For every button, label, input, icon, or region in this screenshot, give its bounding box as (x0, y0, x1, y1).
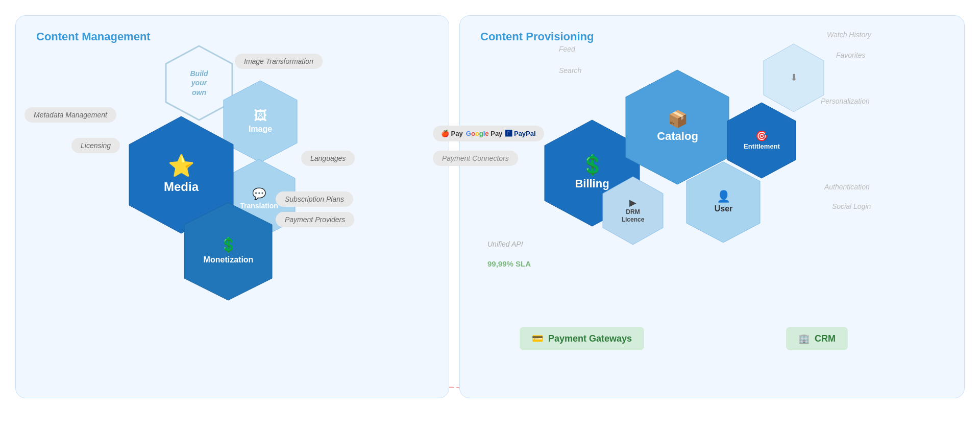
label-feed: Feed (559, 45, 575, 53)
tag-licensing: Licensing (71, 138, 120, 153)
label-favorites: Favorites (836, 51, 866, 59)
tag-payment-providers: Payment Providers (276, 212, 354, 227)
label-social-login: Social Login (832, 202, 871, 210)
tag-subscription-plans: Subscription Plans (276, 191, 353, 207)
left-section-title: Content Management (36, 30, 151, 43)
tag-image-transformation: Image Transformation (235, 54, 323, 69)
label-unified-api: Unified API (487, 240, 523, 248)
apple-pay-badge: 🍎 Pay (441, 130, 463, 137)
google-pay-badge: Google Pay (466, 130, 503, 137)
paypal-badge: 🅿 PayPal (505, 130, 535, 137)
hex-personalization-ghost: ⬇ (761, 41, 827, 115)
payment-gateways-label: Payment Gateways (548, 333, 632, 344)
crm-box: 🏢 CRM (786, 327, 848, 350)
payment-badges-group: 🍎 Pay Google Pay 🅿 PayPal (433, 126, 544, 141)
tag-metadata: Metadata Management (24, 107, 116, 123)
crm-label: CRM (815, 333, 836, 344)
label-authentication: Authentication (824, 183, 870, 191)
hex-drm: ▶ DRMLicence (600, 174, 666, 248)
right-section-title: Content Provisioning (480, 30, 594, 43)
payment-gateways-icon: 💳 (532, 333, 543, 344)
tag-languages: Languages (301, 151, 355, 166)
hex-user: 👤 User (684, 158, 763, 246)
diagram-container: Content Management Metadata Management L… (0, 0, 980, 433)
label-watch-history: Watch History (827, 31, 871, 39)
label-sla: 99,99% SLA (487, 259, 531, 268)
crm-icon: 🏢 (798, 333, 810, 344)
payment-gateways-box: 💳 Payment Gateways (520, 327, 644, 350)
tag-payment-connectors: Payment Connectors (433, 151, 518, 166)
label-search: Search (559, 66, 581, 75)
hex-monetization: 💲 Monetization (181, 199, 276, 304)
label-personalization: Personalization (821, 97, 870, 105)
